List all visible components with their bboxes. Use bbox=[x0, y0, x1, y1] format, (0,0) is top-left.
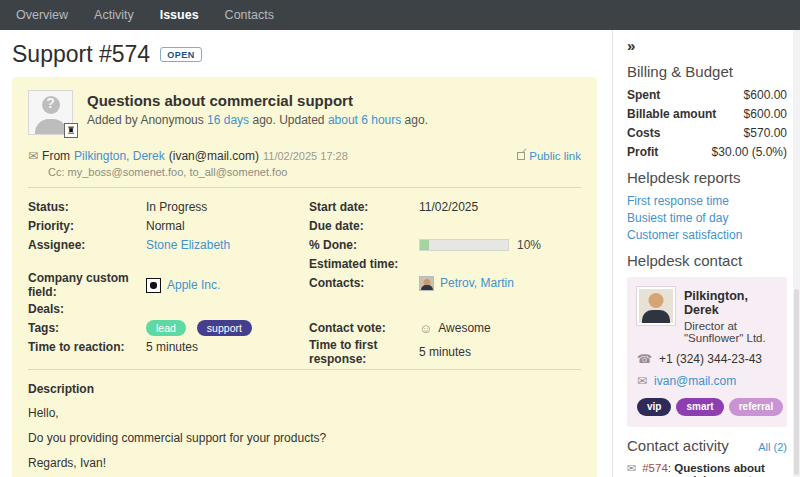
contact-badge-referral[interactable]: referral bbox=[729, 398, 783, 416]
public-link[interactable]: Public link bbox=[517, 150, 581, 162]
scrollbar[interactable] bbox=[793, 30, 800, 477]
billing-row-billable: Billable amount $600.00 bbox=[627, 107, 787, 121]
ticket-title: Questions about commercial support bbox=[87, 92, 428, 109]
added-ago-link[interactable]: 16 days bbox=[207, 113, 249, 127]
company-link[interactable]: Apple Inc. bbox=[167, 278, 220, 292]
avatar-overlay-icon: ♜ bbox=[64, 123, 78, 138]
nav-activity[interactable]: Activity bbox=[94, 8, 134, 22]
description-paragraph: Do you providing commercial support for … bbox=[28, 431, 581, 445]
field-priority: Priority: Normal bbox=[28, 217, 309, 235]
from-row: ✉ From Pilkington, Derek (ivan@mail.com)… bbox=[28, 149, 581, 163]
external-link-icon bbox=[517, 152, 525, 160]
description-block: Description Hello, Do you providing comm… bbox=[28, 370, 581, 470]
field-due-date: Due date: bbox=[309, 217, 581, 235]
helpdesk-contact-heading: Helpdesk contact bbox=[627, 252, 787, 269]
contact-badge-vip[interactable]: vip bbox=[637, 398, 671, 416]
field-deals: Deals: bbox=[28, 300, 309, 318]
contact-link[interactable]: Petrov, Martin bbox=[440, 276, 514, 290]
field-status: Status: In Progress bbox=[28, 198, 309, 216]
from-datetime: 11/02/2025 17:28 bbox=[263, 150, 348, 162]
from-contact-link[interactable]: Pilkington, Derek bbox=[74, 149, 165, 163]
report-link-busiest-time[interactable]: Busiest time of day bbox=[627, 211, 787, 225]
mail-icon: ✉ bbox=[627, 462, 636, 475]
reports-heading: Helpdesk reports bbox=[627, 169, 787, 186]
main-content: Support #574 OPEN ? ♜ Questions about co… bbox=[0, 30, 612, 477]
contact-avatar bbox=[419, 276, 434, 291]
contact-photo bbox=[637, 287, 675, 325]
tag-pill-support[interactable]: support bbox=[197, 320, 252, 337]
field-tags: Tags: lead support bbox=[28, 319, 309, 337]
updated-ago-link[interactable]: about 6 hours bbox=[328, 113, 401, 127]
activity-issue-link[interactable]: #574 bbox=[642, 462, 668, 474]
field-contacts: Contacts: Petrov, Martin bbox=[309, 274, 581, 292]
contact-phone-row: ☎ +1 (324) 344-23-43 bbox=[637, 352, 777, 366]
scrollbar-thumb[interactable] bbox=[794, 289, 799, 475]
report-link-first-response[interactable]: First response time bbox=[627, 194, 787, 208]
cc-line: Cc: my_boss@somenet.foo, to_all@somenet.… bbox=[48, 166, 581, 178]
phone-icon: ☎ bbox=[637, 352, 652, 366]
report-link-satisfaction[interactable]: Customer satisfaction bbox=[627, 228, 787, 242]
field-start-date: Start date: 11/02/2025 bbox=[309, 198, 581, 216]
activity-item: ✉ #574: Questions about commercial suppo… bbox=[627, 462, 787, 477]
contact-name: Pilkington, Derek bbox=[684, 289, 777, 317]
top-nav: Overview Activity Issues Contacts bbox=[0, 0, 800, 30]
contact-email-row: ✉ ivan@mail.com bbox=[637, 374, 777, 388]
from-email: (ivan@mail.com) bbox=[169, 149, 259, 163]
sidebar-collapse-icon[interactable]: » bbox=[627, 38, 787, 53]
activity-all-link[interactable]: All (2) bbox=[758, 441, 787, 453]
field-company: Company custom field: Apple Inc. bbox=[28, 271, 309, 299]
anonymous-avatar: ? ♜ bbox=[28, 90, 73, 135]
sidebar: » Billing & Budget Spent $600.00 Billabl… bbox=[612, 30, 800, 477]
contact-role: Director at "Sunflower" Ltd. bbox=[684, 320, 777, 344]
field-time-to-first-response: Time to first response: 5 minutes bbox=[309, 338, 581, 366]
assignee-link[interactable]: Stone Elizabeth bbox=[146, 238, 230, 252]
description-paragraph: Regards, Ivan! bbox=[28, 456, 581, 470]
tag-pill-lead[interactable]: lead bbox=[146, 320, 186, 337]
company-logo-icon bbox=[146, 278, 161, 293]
field-contact-vote: Contact vote: ☺ Awesome bbox=[309, 319, 581, 337]
field-assignee: Assignee: Stone Elizabeth bbox=[28, 236, 309, 254]
page-title: Support #574 bbox=[12, 41, 150, 68]
from-label: From bbox=[42, 149, 70, 163]
description-paragraph: Hello, bbox=[28, 406, 581, 420]
contact-badge-smart[interactable]: smart bbox=[676, 398, 723, 416]
field-time-to-reaction: Time to reaction: 5 minutes bbox=[28, 338, 309, 356]
envelope-icon: ✉ bbox=[28, 149, 38, 163]
progress-bar-fill bbox=[420, 240, 429, 250]
description-heading: Description bbox=[28, 382, 581, 396]
contact-card: Pilkington, Derek Director at "Sunflower… bbox=[627, 277, 787, 427]
nav-contacts[interactable]: Contacts bbox=[225, 8, 274, 22]
billing-row-costs: Costs $570.00 bbox=[627, 126, 787, 140]
progress-percent: 10% bbox=[517, 238, 541, 252]
nav-overview[interactable]: Overview bbox=[16, 8, 68, 22]
field-percent-done: % Done: 10% bbox=[309, 236, 581, 254]
envelope-icon: ✉ bbox=[637, 374, 647, 388]
contact-email-link[interactable]: ivan@mail.com bbox=[654, 374, 736, 388]
billing-heading: Billing & Budget bbox=[627, 63, 787, 80]
billing-row-profit: Profit $30.00 (5.0%) bbox=[627, 145, 787, 159]
ticket-panel: ? ♜ Questions about commercial support A… bbox=[12, 77, 597, 477]
smiley-icon: ☺ bbox=[419, 321, 432, 336]
nav-issues[interactable]: Issues bbox=[160, 8, 199, 22]
contact-activity-heading: Contact activity bbox=[627, 437, 729, 454]
fields-grid: Status: In Progress Priority: Normal Ass… bbox=[28, 188, 581, 369]
status-badge: OPEN bbox=[160, 47, 202, 62]
billing-row-spent: Spent $600.00 bbox=[627, 88, 787, 102]
progress-bar bbox=[419, 239, 509, 251]
contact-phone: +1 (324) 344-23-43 bbox=[659, 352, 762, 366]
field-estimated-time: Estimated time: bbox=[309, 255, 581, 273]
ticket-added-line: Added by Anonymous 16 days ago. Updated … bbox=[87, 113, 428, 127]
